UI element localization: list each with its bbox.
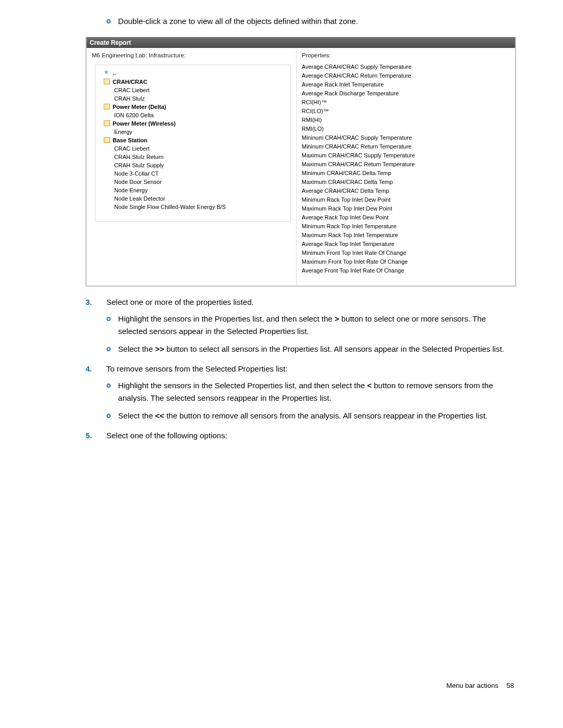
step-number: 4.: [85, 363, 106, 375]
bullet-marker: o: [106, 410, 111, 421]
tree-item-label: CRAC Liebert: [114, 87, 150, 93]
bullet-marker: o: [106, 379, 111, 391]
bullet-text: Highlight the sensors in the Selected Pr…: [118, 379, 516, 404]
tree-item[interactable]: Node Energy: [99, 186, 287, 194]
bullet-marker: o: [106, 16, 111, 27]
property-item[interactable]: Minimum Front Top Inlet Rate Of Change: [302, 249, 510, 257]
folder-icon: [104, 120, 110, 126]
tree-item[interactable]: Node 3-Collar CT: [99, 169, 287, 178]
property-item[interactable]: RCI(LO)™: [302, 107, 510, 116]
property-item[interactable]: Maximum CRAH/CRAC Return Temperature: [302, 160, 510, 169]
folder-icon: [104, 104, 110, 109]
property-item[interactable]: Mininum CRAH/CRAC Return Temperature: [302, 142, 510, 151]
property-item[interactable]: Maximum Rack Top Inlet Dew Point: [302, 204, 510, 213]
property-item[interactable]: Minimum Rack Top Inlet Dew Point: [302, 195, 510, 204]
text-frag: the button to remove all sensors from th…: [164, 411, 487, 420]
tree-item-label: Node Leak Detector: [114, 195, 165, 202]
step-3-bullets: o Highlight the sensors in the Propertie…: [106, 313, 516, 355]
tree-item-label: Node Door Sensor: [114, 179, 162, 185]
left-panel: M6 Engineering Lab: Infrastructure: --CR…: [87, 48, 297, 286]
left-panel-header: M6 Engineering Lab: Infrastructure:: [87, 48, 296, 61]
tree-item[interactable]: CRAC Liebert: [99, 144, 287, 153]
tree-item[interactable]: ION 6200 Delta: [99, 111, 287, 119]
tree-item-label: CRAH Stulz: [114, 95, 145, 102]
tree-item-label: Node Energy: [114, 187, 148, 193]
property-item[interactable]: Mininum CRAH/CRAC Supply Temperature: [302, 133, 510, 142]
tree-item[interactable]: Energy: [99, 128, 287, 136]
property-item[interactable]: Average CRAH/CRAC Delta Temp: [302, 187, 510, 195]
property-item[interactable]: Maximum Rack Top Inlet Temperature: [302, 231, 510, 240]
tree-item-label: Node Single Flow Chilled-Water Energy B/…: [114, 204, 226, 210]
property-item[interactable]: Maximum CRAH/CRAC Delta Temp: [302, 178, 510, 187]
step-number: 5.: [85, 429, 106, 442]
folder-icon: [104, 137, 110, 143]
infrastructure-tree[interactable]: --CRAH/CRACCRAC LiebertCRAH StulzPower M…: [95, 65, 291, 222]
property-item[interactable]: Average CRAH/CRAC Return Temperature: [302, 71, 510, 80]
tree-item-label: Base Station: [113, 137, 148, 143]
tree-item-label: Power Meter (Wireless): [113, 120, 176, 127]
star-icon: [104, 70, 110, 76]
window-title-bar: Create Report: [87, 38, 515, 48]
tree-item[interactable]: CRAH/CRAC: [99, 78, 287, 86]
properties-list[interactable]: Average CRAH/CRAC Supply TemperatureAver…: [302, 63, 510, 275]
property-item[interactable]: Minimum CRAH/CRAC Delta Temp: [302, 169, 510, 178]
embedded-screenshot: Create Report M6 Engineering Lab: Infras…: [85, 37, 516, 287]
property-item[interactable]: Average Front Top Inlet Rate Of Change: [302, 266, 510, 275]
tree-item-label: CRAH Stulz Supply: [114, 162, 164, 168]
text-frag: Select the: [118, 344, 155, 353]
tree-item[interactable]: --: [99, 69, 287, 78]
tree-item[interactable]: Base Station: [99, 136, 287, 144]
property-item[interactable]: Average Rack Inlet Temperature: [302, 80, 510, 89]
bullet-marker: o: [106, 313, 111, 324]
tree-item[interactable]: Power Meter (Wireless): [99, 119, 287, 128]
text-bold: <: [367, 381, 372, 390]
property-item[interactable]: Maximum CRAH/CRAC Supply Temperature: [302, 151, 510, 160]
bullet-marker: o: [106, 343, 111, 354]
tree-item[interactable]: Node Single Flow Chilled-Water Energy B/…: [99, 203, 287, 211]
bullet-text: Select the << the button to remove all s…: [118, 410, 516, 422]
footer-section: Menu bar actions: [446, 682, 498, 689]
step-number: 3.: [85, 296, 106, 309]
tree-item[interactable]: Node Door Sensor: [99, 178, 287, 186]
text-frag: button to select all sensors in the Prop…: [164, 344, 504, 353]
bullet-text: Select the >> button to select all senso…: [118, 343, 516, 355]
step-5-text: Select one of the following options:: [106, 429, 227, 442]
page-footer: Menu bar actions 58: [47, 682, 516, 689]
screenshot-body: M6 Engineering Lab: Infrastructure: --CR…: [87, 48, 515, 286]
text-frag: Highlight the sensors in the Selected Pr…: [118, 381, 368, 390]
property-item[interactable]: Maximum Front Top Inlet Rate Of Change: [302, 257, 510, 266]
property-item[interactable]: Average CRAH/CRAC Supply Temperature: [302, 63, 510, 71]
tree-item-label: --: [113, 70, 116, 77]
property-item[interactable]: Average Rack Top Inlet Dew Point: [302, 213, 510, 222]
footer-page-number: 58: [507, 682, 514, 689]
text-bold: >: [335, 314, 339, 323]
tree-item-label: CRAC Liebert: [114, 145, 150, 152]
tree-item-label: Node 3-Collar CT: [114, 170, 159, 177]
tree-item[interactable]: CRAC Liebert: [99, 86, 287, 94]
step-3-bullet-2: o Select the >> button to select all sen…: [106, 343, 516, 355]
property-item[interactable]: Minimum Rack Top Inlet Temperature: [302, 222, 510, 231]
property-item[interactable]: RCI(HI)™: [302, 98, 510, 107]
property-item[interactable]: RMI(HI): [302, 116, 510, 125]
intro-bullet: o Double-click a zone to view all of the…: [106, 16, 516, 28]
tree-item[interactable]: CRAH Stulz: [99, 94, 287, 103]
property-item[interactable]: Average Rack Top Inlet Temperature: [302, 240, 510, 249]
folder-icon: [104, 79, 110, 84]
text-bold: <<: [155, 411, 164, 420]
text-frag: Select the: [118, 411, 155, 420]
property-item[interactable]: RMI(LO): [302, 125, 510, 133]
step-3-text: Select one or more of the properties lis…: [106, 296, 254, 309]
text-frag: Highlight the sensors in the Properties …: [118, 314, 335, 323]
tree-item[interactable]: CRAH Stulz Return: [99, 153, 287, 161]
step-3-bullet-1: o Highlight the sensors in the Propertie…: [106, 313, 516, 338]
step-4-text: To remove sensors from the Selected Prop…: [106, 363, 288, 375]
tree-item[interactable]: Node Leak Detector: [99, 194, 287, 203]
text-bold: >>: [155, 344, 164, 353]
intro-list: o Double-click a zone to view all of the…: [85, 16, 516, 442]
tree-item[interactable]: CRAH Stulz Supply: [99, 161, 287, 169]
tree-item-label: CRAH Stulz Return: [114, 154, 164, 160]
tree-item[interactable]: Power Meter (Delta): [99, 103, 287, 111]
property-item[interactable]: Average Rack Discharge Temperature: [302, 89, 510, 98]
step-5: 5. Select one of the following options:: [85, 429, 516, 442]
step-4-bullets: o Highlight the sensors in the Selected …: [106, 379, 516, 422]
